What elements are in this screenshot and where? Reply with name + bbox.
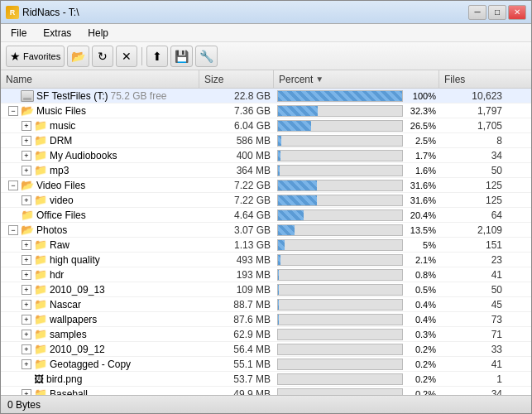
table-row[interactable]: SF TestFiles (T:) 75.2 GB free22.8 GB100… bbox=[1, 89, 531, 104]
table-row[interactable]: +📁high quality493 MB2.1%23 bbox=[1, 253, 531, 267]
col-size-header[interactable]: Size bbox=[199, 70, 274, 88]
expand-button[interactable]: + bbox=[22, 359, 31, 369]
menu-file[interactable]: File bbox=[4, 26, 33, 41]
menu-extras[interactable]: Extras bbox=[36, 26, 78, 41]
percent-label: 2.5% bbox=[406, 136, 436, 146]
expand-button[interactable]: + bbox=[22, 121, 31, 131]
progress-bar-fill bbox=[278, 181, 317, 190]
percent-label: 0.5% bbox=[406, 285, 436, 295]
go-up-button[interactable]: ⬆ bbox=[146, 46, 168, 67]
cell-size: 53.7 MB bbox=[199, 372, 274, 386]
row-name-label: My Audiobooks bbox=[50, 150, 117, 161]
menu-help[interactable]: Help bbox=[81, 26, 115, 41]
table-row[interactable]: +📁Geotagged - Copy55.1 MB0.2%41 bbox=[1, 357, 531, 372]
cell-name: +📁Baseball bbox=[1, 387, 199, 395]
progress-bar-wrap bbox=[277, 388, 403, 396]
stop-button[interactable]: ✕ bbox=[116, 46, 137, 67]
cell-percent: 26.5% bbox=[274, 118, 439, 132]
table-row[interactable]: +📁mp3364 MB1.6%50 bbox=[1, 163, 531, 178]
progress-bar-fill bbox=[278, 106, 318, 116]
close-button[interactable]: ✕ bbox=[508, 5, 526, 20]
percent-label: 32.3% bbox=[406, 106, 436, 116]
progress-bar-fill bbox=[278, 225, 295, 235]
progress-bar-wrap bbox=[277, 344, 403, 355]
expand-button[interactable]: + bbox=[22, 136, 31, 146]
file-icon: 🖼 bbox=[34, 373, 44, 385]
table-row[interactable]: 🖼bird.png53.7 MB0.2%1 bbox=[1, 372, 531, 387]
table-row[interactable]: +📁samples62.9 MB0.3%71 bbox=[1, 327, 531, 342]
progress-bar-wrap bbox=[277, 195, 403, 206]
progress-bar-fill bbox=[278, 195, 317, 205]
cell-percent: 13.5% bbox=[274, 223, 439, 237]
cell-percent: 0.4% bbox=[274, 312, 439, 326]
cell-size: 6.04 GB bbox=[199, 118, 274, 132]
percent-label: 26.5% bbox=[406, 121, 436, 131]
col-files-header[interactable]: Files bbox=[439, 70, 506, 88]
progress-bar-wrap bbox=[277, 209, 403, 221]
cell-size: 22.8 GB bbox=[199, 89, 274, 103]
table-row[interactable]: +📁Nascar88.7 MB0.4%45 bbox=[1, 297, 531, 312]
table-row[interactable]: +📁video7.22 GB31.6%125 bbox=[1, 193, 531, 208]
progress-bar-wrap bbox=[277, 329, 403, 340]
expand-button[interactable]: + bbox=[22, 151, 31, 161]
folder-icon: 📁 bbox=[34, 358, 47, 370]
table-row[interactable]: −📂Music Files7.36 GB32.3%1,797 bbox=[1, 104, 531, 118]
expand-button[interactable]: + bbox=[22, 255, 31, 265]
table-row[interactable]: −📂Video Files7.22 GB31.6%125 bbox=[1, 178, 531, 193]
col-name-header[interactable]: Name bbox=[1, 70, 199, 88]
expand-button[interactable]: + bbox=[22, 270, 31, 280]
expand-button[interactable]: + bbox=[22, 166, 31, 176]
expand-button[interactable]: + bbox=[22, 344, 31, 354]
expand-button[interactable]: + bbox=[22, 389, 31, 396]
row-name-label: Photos bbox=[36, 224, 67, 236]
percent-label: 0.8% bbox=[406, 270, 436, 280]
expand-button[interactable]: + bbox=[22, 330, 31, 339]
col-percent-header[interactable]: Percent ▼ bbox=[274, 70, 439, 88]
cell-files: 1 bbox=[439, 372, 506, 386]
table-row[interactable]: +📁Raw1.13 GB5%151 bbox=[1, 238, 531, 253]
expand-button[interactable]: + bbox=[22, 285, 31, 295]
progress-bar-wrap bbox=[277, 90, 403, 102]
cell-name: +📁hdr bbox=[1, 267, 199, 282]
row-name-label: Nascar bbox=[50, 299, 81, 310]
refresh-button[interactable]: ↻ bbox=[92, 46, 113, 67]
table-row[interactable]: +📁Baseball49.9 MB0.2%34 bbox=[1, 387, 531, 395]
table-row[interactable]: +📁My Audiobooks400 MB1.7%34 bbox=[1, 148, 531, 163]
table-row[interactable]: +📁2010_09_13109 MB0.5%50 bbox=[1, 282, 531, 297]
maximize-button[interactable]: □ bbox=[488, 5, 506, 20]
collapse-button[interactable]: − bbox=[8, 106, 18, 116]
progress-bar-fill bbox=[278, 91, 402, 101]
table-row[interactable]: +📁DRM586 MB2.5%8 bbox=[1, 133, 531, 148]
table-row[interactable]: +📁hdr193 MB0.8%41 bbox=[1, 267, 531, 282]
cell-files: 50 bbox=[439, 282, 506, 296]
cell-name: +📁2010_09_13 bbox=[1, 282, 199, 296]
percent-label: 13.5% bbox=[406, 225, 436, 235]
folder-icon: 📁 bbox=[34, 238, 47, 251]
expand-button[interactable]: + bbox=[22, 300, 31, 310]
collapse-button[interactable]: − bbox=[8, 225, 18, 235]
table-row[interactable]: +📁2010_09_1256.4 MB0.2%33 bbox=[1, 342, 531, 357]
expand-button[interactable]: + bbox=[22, 315, 31, 325]
table-body[interactable]: SF TestFiles (T:) 75.2 GB free22.8 GB100… bbox=[1, 89, 531, 395]
expand-button[interactable]: + bbox=[22, 240, 31, 250]
cell-files: 33 bbox=[439, 342, 506, 356]
collapse-button[interactable]: − bbox=[8, 181, 18, 190]
cell-files: 1,705 bbox=[439, 118, 506, 132]
table-row[interactable]: +📁music6.04 GB26.5%1,705 bbox=[1, 118, 531, 133]
open-folder-button[interactable]: 📂 bbox=[67, 46, 89, 67]
table-row[interactable]: +📁wallpapers87.6 MB0.4%73 bbox=[1, 312, 531, 327]
expand-button[interactable]: + bbox=[22, 195, 31, 205]
favorites-button[interactable]: ★ Favorites bbox=[6, 46, 65, 67]
window-title: RidNacs - T:\ bbox=[22, 7, 79, 18]
save-button[interactable]: 💾 bbox=[170, 46, 193, 67]
table-row[interactable]: −📂Photos3.07 GB13.5%2,109 bbox=[1, 223, 531, 238]
row-name-label: SF TestFiles (T:) bbox=[36, 90, 108, 102]
settings-button[interactable]: 🔧 bbox=[195, 46, 218, 67]
app-icon: R bbox=[6, 6, 19, 19]
cell-percent: 31.6% bbox=[274, 193, 439, 207]
progress-bar-wrap bbox=[277, 135, 403, 147]
cell-percent: 0.2% bbox=[274, 342, 439, 356]
progress-bar-fill bbox=[278, 210, 304, 220]
minimize-button[interactable]: ─ bbox=[468, 5, 486, 20]
table-row[interactable]: 📁Office Files4.64 GB20.4%64 bbox=[1, 208, 531, 223]
